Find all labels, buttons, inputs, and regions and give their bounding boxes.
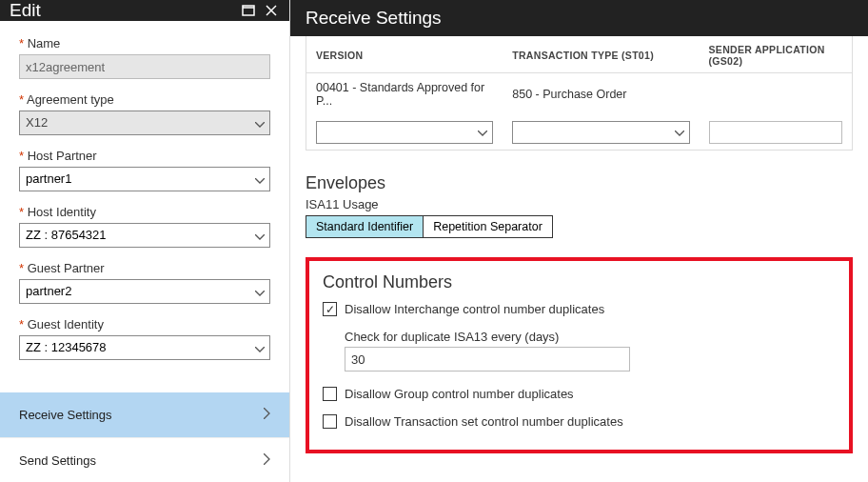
edit-panel-title: Edit — [10, 0, 41, 21]
disallow-group-label: Disallow Group control number duplicates — [345, 387, 574, 401]
close-icon[interactable] — [263, 2, 280, 19]
maximize-icon[interactable] — [240, 2, 257, 19]
host-partner-select[interactable]: partner1 — [19, 167, 270, 191]
disallow-group-checkbox[interactable] — [323, 387, 337, 401]
nav-label: Send Settings — [19, 453, 96, 468]
transaction-type-select[interactable] — [512, 121, 689, 144]
field-host-identity: Host Identity ZZ : 87654321 — [19, 205, 270, 248]
disallow-transaction-row: Disallow Transaction set control number … — [323, 414, 836, 429]
nav-send-settings[interactable]: Send Settings — [0, 438, 289, 482]
edit-panel: Edit Name Agreement type X12 Host Partne… — [0, 0, 290, 482]
field-host-partner: Host Partner partner1 — [19, 149, 270, 191]
guest-partner-select[interactable]: partner2 — [19, 279, 270, 304]
version-select[interactable] — [316, 121, 493, 144]
isa13-days-input[interactable] — [345, 347, 630, 372]
name-label: Name — [19, 36, 270, 50]
col-version: VERSION — [306, 36, 503, 73]
edit-panel-header: Edit — [0, 0, 289, 21]
receive-settings-title: Receive Settings — [306, 8, 442, 29]
receive-settings-header: Receive Settings — [290, 0, 868, 36]
host-partner-label: Host Partner — [19, 149, 270, 163]
col-sender: SENDER APPLICATION (GS02) — [700, 36, 852, 73]
control-numbers-title: Control Numbers — [323, 272, 836, 292]
envelopes-title: Envelopes — [306, 173, 853, 193]
agreement-type-select[interactable]: X12 — [19, 110, 270, 135]
field-guest-identity: Guest Identity ZZ : 12345678 — [19, 317, 270, 360]
isa11-toggle: Standard Identifier Repetition Separator — [306, 215, 553, 238]
receive-settings-body: VERSION TRANSACTION TYPE (ST01) SENDER A… — [290, 36, 868, 482]
cell-version: 00401 - Standards Approved for P... — [306, 73, 503, 116]
settings-nav: Receive Settings Send Settings — [0, 392, 289, 482]
nav-receive-settings[interactable]: Receive Settings — [0, 392, 289, 438]
disallow-group-row: Disallow Group control number duplicates — [323, 387, 836, 401]
edit-form: Name Agreement type X12 Host Partner par… — [0, 21, 289, 383]
disallow-interchange-row: Disallow Interchange control number dupl… — [323, 302, 836, 316]
isa13-days-field: Check for duplicate ISA13 every (days) — [345, 330, 836, 372]
chevron-right-icon — [264, 453, 270, 468]
isa11-label: ISA11 Usage — [306, 197, 853, 211]
cell-sender — [700, 73, 852, 116]
receive-settings-panel: Receive Settings VERSION TRANSACTION TYP… — [290, 0, 868, 482]
host-identity-select[interactable]: ZZ : 87654321 — [19, 223, 270, 248]
guest-identity-select[interactable]: ZZ : 12345678 — [19, 335, 270, 360]
nav-label: Receive Settings — [19, 408, 112, 422]
agreement-type-label: Agreement type — [19, 92, 270, 107]
field-agreement-type: Agreement type X12 — [19, 92, 270, 135]
table-row: 00401 - Standards Approved for P... 850 … — [306, 73, 852, 116]
field-name: Name — [19, 36, 270, 79]
disallow-interchange-label: Disallow Interchange control number dupl… — [345, 302, 604, 316]
name-input[interactable] — [19, 54, 270, 79]
guest-partner-label: Guest Partner — [19, 261, 270, 275]
isa13-days-label: Check for duplicate ISA13 every (days) — [345, 330, 836, 344]
field-guest-partner: Guest Partner partner2 — [19, 261, 270, 304]
sender-application-input[interactable] — [709, 121, 842, 144]
toggle-standard-identifier[interactable]: Standard Identifier — [306, 216, 423, 237]
host-identity-label: Host Identity — [19, 205, 270, 219]
disallow-interchange-checkbox[interactable] — [323, 302, 337, 316]
toggle-repetition-separator[interactable]: Repetition Separator — [423, 216, 552, 237]
schemas-table: VERSION TRANSACTION TYPE (ST01) SENDER A… — [306, 36, 853, 151]
control-numbers-section: Control Numbers Disallow Interchange con… — [306, 257, 853, 453]
table-row-new — [306, 115, 852, 150]
guest-identity-label: Guest Identity — [19, 317, 270, 331]
chevron-right-icon — [264, 408, 270, 422]
cell-transaction: 850 - Purchase Order — [503, 73, 699, 116]
edit-header-icons — [240, 2, 280, 19]
disallow-transaction-label: Disallow Transaction set control number … — [345, 414, 623, 429]
disallow-transaction-checkbox[interactable] — [323, 414, 337, 429]
col-transaction: TRANSACTION TYPE (ST01) — [503, 36, 699, 73]
